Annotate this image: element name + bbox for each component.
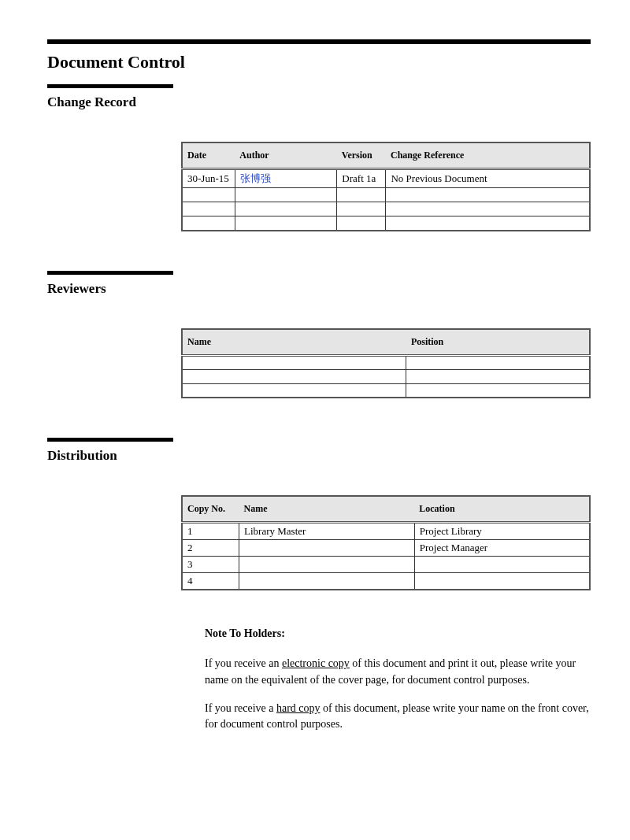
- table-row: 1 Library Master Project Library: [182, 523, 590, 540]
- cell-version: [337, 188, 386, 202]
- cell-version: [337, 216, 386, 231]
- section-reviewers: Reviewers Name Position: [47, 271, 591, 399]
- col-location: Location: [414, 496, 590, 523]
- change-record-table: Date Author Version Change Reference 30-…: [181, 142, 591, 231]
- cell-name: [182, 355, 406, 369]
- table-row: [182, 202, 590, 216]
- page-title: Document Control: [47, 52, 591, 72]
- cell-author: [235, 202, 337, 216]
- cell-change-ref: No Previous Document: [386, 169, 590, 188]
- note-para-1: If you receive an electronic copy of thi…: [205, 656, 591, 688]
- cell-copy-no: 4: [182, 573, 239, 590]
- note-underline: hard copy: [276, 702, 321, 714]
- heading-change-record: Change Record: [47, 94, 591, 110]
- cell-position: [406, 355, 590, 369]
- section-distribution: Distribution Copy No. Name Location 1 L: [47, 438, 591, 732]
- note-text: If you receive a: [205, 702, 276, 714]
- table-row: [182, 369, 590, 383]
- cell-date: 30-Jun-15: [182, 169, 235, 188]
- cell-date: [182, 188, 235, 202]
- section-rule: [47, 84, 173, 88]
- cell-change-ref: [386, 188, 590, 202]
- cell-name: [182, 369, 406, 383]
- cell-author: 张博强: [235, 169, 337, 188]
- cell-position: [406, 369, 590, 383]
- note-to-holders: Note To Holders: If you receive an elect…: [205, 626, 591, 732]
- table-row: [182, 383, 590, 398]
- col-author: Author: [235, 142, 337, 169]
- author-link[interactable]: 张博强: [240, 172, 271, 184]
- cell-location: [414, 557, 590, 573]
- cell-location: Project Library: [414, 523, 590, 540]
- cell-author: [235, 216, 337, 231]
- table-row: 3: [182, 557, 590, 573]
- cell-change-ref: [386, 216, 590, 231]
- table-row: [182, 216, 590, 231]
- table-row: [182, 355, 590, 369]
- cell-name: [239, 557, 415, 573]
- cell-author: [235, 188, 337, 202]
- section-change-record: Change Record Date Author Version Change…: [47, 84, 591, 231]
- note-underline: electronic copy: [282, 657, 350, 669]
- note-title: Note To Holders:: [205, 626, 591, 642]
- section-rule: [47, 271, 173, 275]
- distribution-table: Copy No. Name Location 1 Library Master …: [181, 495, 591, 590]
- table-row: [182, 188, 590, 202]
- table-row: 30-Jun-15 张博强 Draft 1a No Previous Docum…: [182, 169, 590, 188]
- col-position: Position: [406, 329, 590, 356]
- col-change-ref: Change Reference: [386, 142, 590, 169]
- table-row: 4: [182, 573, 590, 590]
- cell-position: [406, 383, 590, 398]
- section-rule: [47, 438, 173, 442]
- top-rule: [47, 39, 591, 44]
- note-text: If you receive an: [205, 657, 282, 669]
- cell-copy-no: 1: [182, 523, 239, 540]
- cell-copy-no: 3: [182, 557, 239, 573]
- cell-copy-no: 2: [182, 540, 239, 557]
- heading-distribution: Distribution: [47, 448, 591, 464]
- cell-version: Draft 1a: [337, 169, 386, 188]
- cell-date: [182, 216, 235, 231]
- reviewers-table: Name Position: [181, 328, 591, 399]
- col-version: Version: [337, 142, 386, 169]
- cell-name: [239, 573, 415, 590]
- col-name: Name: [182, 329, 406, 356]
- col-date: Date: [182, 142, 235, 169]
- cell-name: Library Master: [239, 523, 415, 540]
- table-row: 2 Project Manager: [182, 540, 590, 557]
- cell-change-ref: [386, 202, 590, 216]
- note-para-2: If you receive a hard copy of this docum…: [205, 701, 591, 733]
- col-copy-no: Copy No.: [182, 496, 239, 523]
- cell-location: Project Manager: [414, 540, 590, 557]
- cell-name: [239, 540, 415, 557]
- cell-location: [414, 573, 590, 590]
- heading-reviewers: Reviewers: [47, 281, 591, 297]
- cell-version: [337, 202, 386, 216]
- cell-name: [182, 383, 406, 398]
- cell-date: [182, 202, 235, 216]
- col-name: Name: [239, 496, 415, 523]
